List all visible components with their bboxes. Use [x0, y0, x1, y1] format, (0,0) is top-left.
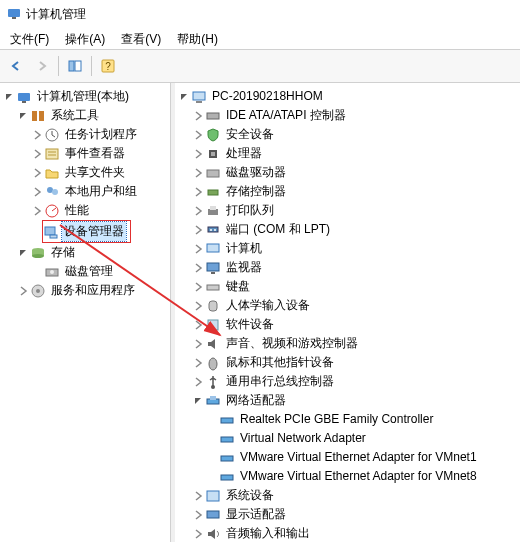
- expand-icon[interactable]: [191, 244, 205, 254]
- svg-rect-40: [211, 272, 215, 274]
- collapse-icon[interactable]: [191, 396, 205, 406]
- node-network-adapters[interactable]: 网络适配器: [177, 391, 518, 410]
- node-hid[interactable]: 人体学输入设备: [177, 296, 518, 315]
- node-net-vmnet1[interactable]: VMware Virtual Ethernet Adapter for VMne…: [177, 448, 518, 467]
- node-label: PC-20190218HHOM: [210, 87, 325, 106]
- window: 计算机管理 文件(F) 操作(A) 查看(V) 帮助(H) ?: [0, 0, 520, 542]
- collapse-icon[interactable]: [177, 92, 191, 102]
- node-services-apps[interactable]: 服务和应用程序: [2, 281, 168, 300]
- help-button[interactable]: ?: [96, 54, 120, 78]
- expand-icon[interactable]: [191, 206, 205, 216]
- node-cpu[interactable]: 处理器: [177, 144, 518, 163]
- menu-file[interactable]: 文件(F): [4, 30, 55, 49]
- expand-icon[interactable]: [30, 149, 44, 159]
- node-mouse[interactable]: 鼠标和其他指针设备: [177, 353, 518, 372]
- node-label: 性能: [63, 201, 91, 220]
- expand-icon[interactable]: [30, 168, 44, 178]
- mouse-icon: [205, 355, 221, 371]
- node-device-manager[interactable]: 设备管理器: [2, 220, 168, 243]
- node-performance[interactable]: 性能: [2, 201, 168, 220]
- node-ports[interactable]: 端口 (COM 和 LPT): [177, 220, 518, 239]
- collapse-icon[interactable]: [16, 111, 30, 121]
- node-task-scheduler[interactable]: 任务计划程序: [2, 125, 168, 144]
- expand-icon[interactable]: [191, 339, 205, 349]
- expand-icon[interactable]: [191, 111, 205, 121]
- node-printqueue[interactable]: 打印队列: [177, 201, 518, 220]
- expand-icon[interactable]: [16, 286, 30, 296]
- node-disk-mgmt[interactable]: 磁盘管理: [2, 262, 168, 281]
- node-net-virtual[interactable]: Virtual Network Adapter: [177, 429, 518, 448]
- node-label: 打印队列: [224, 201, 276, 220]
- expand-icon[interactable]: [191, 510, 205, 520]
- forward-button[interactable]: [30, 54, 54, 78]
- collapse-icon[interactable]: [2, 92, 16, 102]
- show-hide-tree-button[interactable]: [63, 54, 87, 78]
- expand-icon[interactable]: [191, 358, 205, 368]
- expand-icon[interactable]: [191, 491, 205, 501]
- svg-rect-7: [22, 101, 26, 103]
- expand-icon[interactable]: [191, 320, 205, 330]
- node-event-viewer[interactable]: 事件查看器: [2, 144, 168, 163]
- node-net-vmnet8[interactable]: VMware Virtual Ethernet Adapter for VMne…: [177, 467, 518, 486]
- node-software[interactable]: 软件设备: [177, 315, 518, 334]
- node-net-realtek[interactable]: Realtek PCIe GBE Family Controller: [177, 410, 518, 429]
- node-system-devices[interactable]: 系统设备: [177, 486, 518, 505]
- node-computers[interactable]: 计算机: [177, 239, 518, 258]
- svg-rect-26: [193, 92, 205, 100]
- node-security[interactable]: 安全设备: [177, 125, 518, 144]
- expand-icon[interactable]: [191, 263, 205, 273]
- expand-icon[interactable]: [30, 206, 44, 216]
- svg-rect-42: [209, 301, 217, 311]
- node-monitor[interactable]: 监视器: [177, 258, 518, 277]
- expand-icon[interactable]: [191, 301, 205, 311]
- svg-rect-51: [221, 475, 233, 480]
- node-shared-folders[interactable]: 共享文件夹: [2, 163, 168, 182]
- expand-icon[interactable]: [191, 282, 205, 292]
- node-sound[interactable]: 声音、视频和游戏控制器: [177, 334, 518, 353]
- device-manager-icon: [43, 224, 59, 240]
- expand-icon[interactable]: [191, 225, 205, 235]
- node-display-adapters[interactable]: 显示适配器: [177, 505, 518, 524]
- device-tree[interactable]: PC-20190218HHOM IDE ATA/ATAPI 控制器 安全设备 处…: [175, 83, 520, 542]
- expand-icon[interactable]: [191, 187, 205, 197]
- event-icon: [44, 146, 60, 162]
- node-label: 磁盘驱动器: [224, 163, 288, 182]
- node-keyboard[interactable]: 键盘: [177, 277, 518, 296]
- expand-icon[interactable]: [191, 529, 205, 539]
- node-system-tools[interactable]: 系统工具: [2, 106, 168, 125]
- expand-icon[interactable]: [30, 187, 44, 197]
- svg-point-37: [214, 229, 216, 231]
- svg-rect-28: [207, 113, 219, 119]
- menu-view[interactable]: 查看(V): [115, 30, 167, 49]
- node-label: 系统设备: [224, 486, 276, 505]
- collapse-icon[interactable]: [16, 248, 30, 258]
- storage-icon: [30, 245, 46, 261]
- node-computer[interactable]: PC-20190218HHOM: [177, 87, 518, 106]
- expand-icon[interactable]: [191, 377, 205, 387]
- console-tree[interactable]: 计算机管理(本地) 系统工具: [0, 83, 170, 304]
- node-local-users[interactable]: 本地用户和组: [2, 182, 168, 201]
- back-button[interactable]: [4, 54, 28, 78]
- node-label: 事件查看器: [63, 144, 127, 163]
- menu-action[interactable]: 操作(A): [59, 30, 111, 49]
- services-icon: [30, 283, 46, 299]
- expand-icon[interactable]: [30, 130, 44, 140]
- printer-icon: [205, 203, 221, 219]
- svg-point-45: [211, 385, 215, 389]
- expand-icon[interactable]: [191, 130, 205, 140]
- expand-icon[interactable]: [191, 149, 205, 159]
- node-audio-io[interactable]: 音频输入和输出: [177, 524, 518, 542]
- node-label: 系统工具: [49, 106, 101, 125]
- node-label: 显示适配器: [224, 505, 288, 524]
- node-storagectl[interactable]: 存储控制器: [177, 182, 518, 201]
- node-root[interactable]: 计算机管理(本地): [2, 87, 168, 106]
- menu-help[interactable]: 帮助(H): [171, 30, 224, 49]
- node-ide[interactable]: IDE ATA/ATAPI 控制器: [177, 106, 518, 125]
- node-storage[interactable]: 存储: [2, 243, 168, 262]
- node-usb[interactable]: 通用串行总线控制器: [177, 372, 518, 391]
- svg-rect-52: [207, 491, 219, 501]
- svg-rect-1: [12, 17, 16, 19]
- node-diskdrive[interactable]: 磁盘驱动器: [177, 163, 518, 182]
- node-label: 存储: [49, 243, 77, 262]
- expand-icon[interactable]: [191, 168, 205, 178]
